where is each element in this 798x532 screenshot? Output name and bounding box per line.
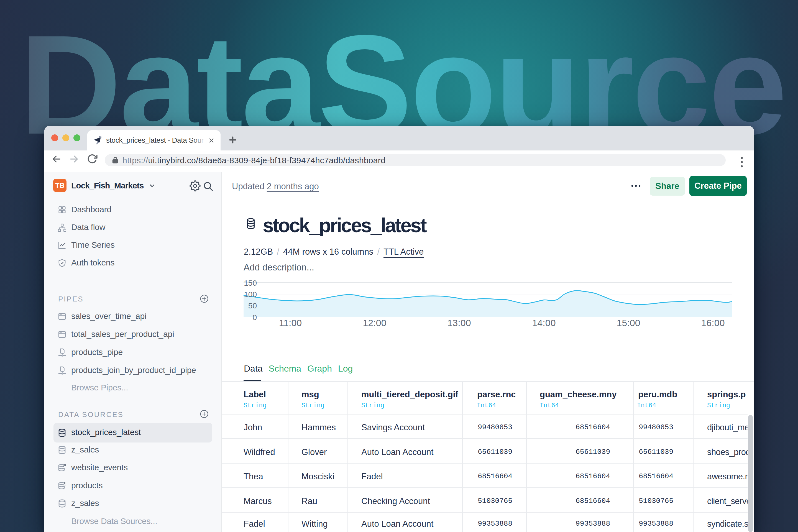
svg-text:16:00: 16:00: [701, 318, 725, 328]
svg-text:14:00: 14:00: [532, 318, 555, 328]
svg-text:100: 100: [244, 290, 257, 299]
svg-text:150: 150: [244, 279, 257, 287]
svg-text:12:00: 12:00: [363, 318, 386, 328]
svg-text:13:00: 13:00: [447, 318, 471, 328]
svg-text:0: 0: [252, 313, 257, 322]
svg-text:50: 50: [248, 302, 257, 310]
svg-text:11:00: 11:00: [279, 318, 302, 328]
svg-text:15:00: 15:00: [616, 318, 640, 328]
